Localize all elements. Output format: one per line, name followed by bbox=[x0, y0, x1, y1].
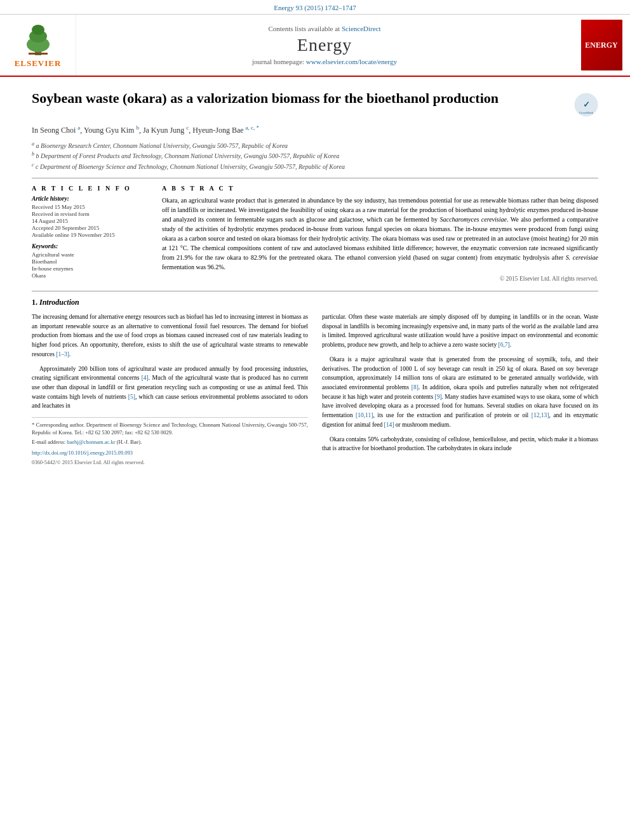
intro-para-1: The increasing demand for alternative en… bbox=[32, 312, 308, 359]
journal-citation-bar: Energy 93 (2015) 1742–1747 bbox=[0, 0, 630, 15]
abstract-text: Okara, an agricultural waste product tha… bbox=[162, 196, 598, 272]
section-title: 1. Introduction bbox=[32, 298, 598, 307]
history-revised-date: 14 August 2015 bbox=[32, 218, 149, 224]
ref-1-3[interactable]: [1–3] bbox=[56, 351, 69, 357]
footnote-email: E-mail address: baehj@chonnam.ac.kr (H.-… bbox=[32, 439, 308, 446]
intro-col-left: The increasing demand for alternative en… bbox=[32, 312, 308, 467]
history-online: Available online 19 November 2015 bbox=[32, 232, 149, 238]
abstract-heading: A B S T R A C T bbox=[162, 185, 598, 192]
elsevier-tree-icon bbox=[16, 22, 60, 57]
ref-6-7[interactable]: [6,7] bbox=[499, 342, 510, 348]
journal-homepage-link[interactable]: www.elsevier.com/locate/energy bbox=[306, 58, 397, 65]
doi-line: http://dx.doi.org/10.1016/j.energy.2015.… bbox=[32, 449, 308, 457]
keywords-label: Keywords: bbox=[32, 243, 149, 250]
affiliations: a a Bioenergy Research Center, Chonnam N… bbox=[32, 140, 598, 171]
copyright-line: © 2015 Elsevier Ltd. All rights reserved… bbox=[162, 276, 598, 282]
email-link[interactable]: baehj@chonnam.ac.kr bbox=[67, 439, 115, 445]
svg-rect-4 bbox=[29, 53, 48, 55]
author-2-sup: b bbox=[136, 124, 139, 131]
article-info-heading: A R T I C L E I N F O bbox=[32, 185, 149, 192]
article-info-column: A R T I C L E I N F O Article history: R… bbox=[32, 185, 149, 282]
elsevier-logo-area: ELSEVIER bbox=[0, 15, 76, 76]
author-4-sup: a, c, * bbox=[246, 124, 260, 131]
history-revised-label: Received in revised form bbox=[32, 211, 149, 217]
keyword-4: Okara bbox=[32, 272, 149, 279]
sciencedirect-line: Contents lists available at ScienceDirec… bbox=[268, 25, 380, 32]
sciencedirect-link[interactable]: ScienceDirect bbox=[342, 25, 381, 32]
footnote-section: * Corresponding author. Department of Bi… bbox=[32, 417, 308, 467]
svg-text:✓: ✓ bbox=[583, 100, 590, 109]
journal-header: ELSEVIER Contents lists available at Sci… bbox=[0, 15, 630, 77]
elsevier-wordmark: ELSEVIER bbox=[15, 58, 62, 69]
intro-para-4: Okara is a major agricultural waste that… bbox=[322, 355, 598, 430]
history-received: Received 15 May 2015 bbox=[32, 204, 149, 210]
ref-5[interactable]: [5] bbox=[128, 394, 135, 400]
author-3-sup: c bbox=[186, 124, 189, 131]
issn-line: 0360-5442/© 2015 Elsevier Ltd. All right… bbox=[32, 458, 308, 467]
ref-8[interactable]: [8] bbox=[412, 384, 419, 390]
author-1-sup: a bbox=[77, 124, 80, 131]
keyword-2: Bioethanol bbox=[32, 258, 149, 265]
affiliation-b: b b Department of Forest Products and Te… bbox=[32, 150, 598, 161]
intro-body: The increasing demand for alternative en… bbox=[32, 312, 598, 467]
article-history-label: Article history: bbox=[32, 196, 149, 202]
author-1: In Seong Choi bbox=[32, 126, 76, 135]
article-title-section: Soybean waste (okara) as a valorization … bbox=[32, 90, 598, 117]
journal-cover-area: ENERGY bbox=[573, 15, 630, 76]
journal-citation: Energy 93 (2015) 1742–1747 bbox=[274, 4, 356, 11]
svg-point-3 bbox=[32, 25, 44, 35]
species-name-1: Saccharomyces cerevisiae bbox=[440, 216, 507, 223]
keyword-3: In-house enzymes bbox=[32, 265, 149, 272]
footnote-corresponding: * Corresponding author. Department of Bi… bbox=[32, 422, 308, 437]
author-2: Young Gyu Kim bbox=[84, 126, 134, 135]
elsevier-logo: ELSEVIER bbox=[15, 22, 62, 69]
abstract-column: A B S T R A C T Okara, an agricultural w… bbox=[162, 185, 598, 282]
intro-para-3: particular. Often these waste materials … bbox=[322, 312, 598, 350]
divider-2 bbox=[32, 291, 598, 291]
journal-cover-image: ENERGY bbox=[581, 20, 622, 70]
journal-homepage-line: journal homepage: www.elsevier.com/locat… bbox=[252, 58, 397, 65]
intro-para-2: Approximately 200 billion tons of agricu… bbox=[32, 364, 308, 411]
journal-header-center: Contents lists available at ScienceDirec… bbox=[76, 15, 573, 76]
divider-1 bbox=[32, 178, 598, 178]
ref-9[interactable]: [9] bbox=[434, 394, 441, 400]
ref-12-13[interactable]: [12,13] bbox=[532, 412, 549, 418]
crossmark-badge[interactable]: ✓ CrossMark bbox=[574, 93, 598, 117]
journal-title: Energy bbox=[297, 35, 352, 55]
species-name-2: S. cerevisiae bbox=[566, 254, 598, 261]
ref-4[interactable]: [4] bbox=[142, 375, 149, 381]
intro-para-5: Okara contains 50% carbohydrate, consist… bbox=[322, 435, 598, 453]
author-4: Hyeun-Jong Bae bbox=[192, 126, 243, 135]
intro-col-right: particular. Often these waste materials … bbox=[322, 312, 598, 467]
section-title-text: Introduction bbox=[39, 298, 79, 307]
affiliation-a: a a Bioenergy Research Center, Chonnam N… bbox=[32, 140, 598, 150]
authors-line: In Seong Choi a, Young Gyu Kim b, Ja Kyu… bbox=[32, 124, 598, 135]
main-content: Soybean waste (okara) as a valorization … bbox=[0, 77, 630, 488]
keyword-1: Agricultural waste bbox=[32, 251, 149, 258]
info-abstract-section: A R T I C L E I N F O Article history: R… bbox=[32, 185, 598, 282]
ref-10-11[interactable]: [10,11] bbox=[356, 412, 373, 418]
ref-14[interactable]: [14] bbox=[384, 422, 394, 428]
introduction-section: 1. Introduction The increasing demand fo… bbox=[32, 298, 598, 467]
doi-link[interactable]: http://dx.doi.org/10.1016/j.energy.2015.… bbox=[32, 450, 133, 456]
article-title: Soybean waste (okara) as a valorization … bbox=[32, 90, 561, 108]
affiliation-c: c c Department of Bioenergy Science and … bbox=[32, 161, 598, 171]
history-accepted: Accepted 20 September 2015 bbox=[32, 225, 149, 231]
author-3: Ja Kyun Jung bbox=[143, 126, 184, 135]
svg-text:CrossMark: CrossMark bbox=[579, 111, 594, 114]
